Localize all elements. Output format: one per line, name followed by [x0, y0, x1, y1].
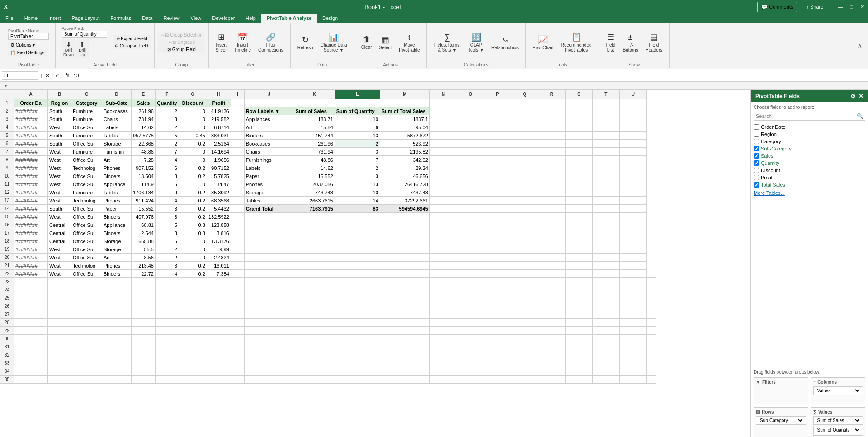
recommended-pivottables-button[interactable]: 📋 RecommendedPivotTables	[558, 30, 595, 55]
cell-u8[interactable]	[619, 156, 646, 164]
pivot-field-checkbox-sub-category[interactable]	[754, 146, 759, 151]
pivot-cell-k11[interactable]: 2032.056	[294, 180, 335, 188]
cell-r8[interactable]	[538, 156, 565, 164]
cell-g13[interactable]: 0.2	[179, 197, 207, 205]
pivot-columns-values-select[interactable]: Values	[816, 388, 861, 394]
cell-i6[interactable]	[231, 140, 244, 148]
pivot-cell-j10[interactable]: Paper	[244, 172, 294, 180]
cell-p13[interactable]	[484, 197, 511, 205]
cell-a1[interactable]: Order Da	[14, 99, 48, 107]
ribbon-collapse-button[interactable]: ∧	[857, 42, 863, 50]
cell-s9[interactable]	[565, 164, 592, 172]
cell-f1[interactable]: Quantity	[155, 99, 179, 107]
cell-m1[interactable]	[380, 99, 429, 107]
cell-a7[interactable]: ########	[14, 148, 48, 156]
col-header-f[interactable]: F	[155, 90, 179, 99]
cell-d6[interactable]: Storage	[102, 140, 132, 148]
cell-a2[interactable]: ########	[14, 107, 48, 115]
cell-o8[interactable]	[457, 156, 484, 164]
cell-b10[interactable]: West	[48, 172, 71, 180]
pivot-cell-l9[interactable]: 2	[335, 164, 380, 172]
cell-u13[interactable]	[619, 197, 646, 205]
row-num-2[interactable]: 2	[0, 107, 14, 115]
confirm-formula-button[interactable]: ✓	[53, 71, 62, 80]
refresh-button[interactable]: ↻ Refresh	[294, 33, 316, 52]
cell-t10[interactable]	[592, 172, 619, 180]
col-header-k[interactable]: K	[294, 90, 335, 99]
col-header-h[interactable]: H	[207, 90, 231, 99]
cell-d2[interactable]: Bookcases	[102, 107, 132, 115]
cell-d12[interactable]: Tables	[102, 188, 132, 197]
cell-a3[interactable]: ########	[14, 115, 48, 123]
cell-e10[interactable]: 18.504	[132, 172, 156, 180]
pivot-cell-m11[interactable]: 26416.728	[380, 180, 429, 188]
cell-i10[interactable]	[231, 172, 244, 180]
cell-b13[interactable]: West	[48, 197, 71, 205]
pivot-field-checkbox-discount[interactable]	[754, 168, 759, 173]
cell-i14[interactable]	[231, 205, 244, 213]
cell-c7[interactable]: Furniture	[71, 148, 102, 156]
cell-g8[interactable]: 0	[179, 156, 207, 164]
row-num-10[interactable]: 10	[0, 172, 14, 180]
cell-p12[interactable]	[484, 188, 511, 197]
cell-o2[interactable]	[457, 107, 484, 115]
pivot-values-sum-sales-select[interactable]: Sum of Sales	[816, 418, 861, 423]
col-header-l[interactable]: L	[335, 90, 380, 99]
cell-e14[interactable]: 15.552	[132, 205, 156, 213]
cell-t6[interactable]	[592, 140, 619, 148]
cell-n8[interactable]	[429, 156, 457, 164]
cell-b14[interactable]: South	[48, 205, 71, 213]
cell-n4[interactable]	[429, 123, 457, 132]
cell-q7[interactable]	[511, 148, 538, 156]
pivot-field-label-profit[interactable]: Profit	[761, 175, 773, 180]
tab-developer[interactable]: Developer	[207, 14, 240, 23]
tab-home[interactable]: Home	[19, 14, 43, 23]
cell-i1[interactable]	[231, 99, 244, 107]
col-header-m[interactable]: M	[380, 90, 429, 99]
formula-input[interactable]	[72, 73, 866, 78]
cell-a13[interactable]: ########	[14, 197, 48, 205]
pivot-cell-m7[interactable]: 2195.82	[380, 148, 429, 156]
pivot-field-label-region[interactable]: Region	[761, 132, 777, 137]
cell-f13[interactable]: 4	[155, 197, 179, 205]
pivot-cell-k3[interactable]: 183.71	[294, 115, 335, 123]
cell-p11[interactable]	[484, 180, 511, 188]
col-header-a[interactable]: A	[14, 90, 48, 99]
cell-q3[interactable]	[511, 115, 538, 123]
cell-h2[interactable]: 41.9136	[207, 107, 231, 115]
pivot-cell-m12[interactable]: 7437.48	[380, 188, 429, 197]
pivot-field-checkbox-sales[interactable]	[754, 153, 759, 159]
cell-o7[interactable]	[457, 148, 484, 156]
cell-n11[interactable]	[429, 180, 457, 188]
cell-a5[interactable]: ########	[14, 132, 48, 140]
cell-f11[interactable]: 5	[155, 180, 179, 188]
ungroup-button[interactable]: ←⊟ Ungroup	[158, 39, 205, 46]
pivot-cell-j3[interactable]: Appliances	[244, 115, 294, 123]
cell-d14[interactable]: Paper	[102, 205, 132, 213]
cell-u12[interactable]	[619, 188, 646, 197]
pivot-values-sum-sales-item[interactable]: Sum of Sales	[813, 416, 863, 425]
pivot-cell-j9[interactable]: Labels	[244, 164, 294, 172]
pivot-cell-l4[interactable]: 6	[335, 123, 380, 132]
cell-b8[interactable]: West	[48, 156, 71, 164]
more-tables-link[interactable]: More Tables...	[754, 188, 865, 197]
tab-data[interactable]: Data	[137, 14, 158, 23]
row-num-3[interactable]: 3	[0, 115, 14, 123]
cell-g7[interactable]: 0	[179, 148, 207, 156]
col-header-u[interactable]: U	[619, 90, 646, 99]
row-num-9[interactable]: 9	[0, 164, 14, 172]
cell-n7[interactable]	[429, 148, 457, 156]
pivot-field-label-quantity[interactable]: Quantity	[761, 160, 779, 166]
plus-minus-buttons-button[interactable]: ± +/-Buttons	[620, 30, 642, 55]
pivot-cell-l3[interactable]: 10	[335, 115, 380, 123]
cell-f3[interactable]: 3	[155, 115, 179, 123]
cell-r12[interactable]	[538, 188, 565, 197]
tab-pivottable-analyze[interactable]: PivotTable Analyze	[261, 14, 317, 23]
tab-help[interactable]: Help	[240, 14, 261, 23]
pivot-cell-l6[interactable]: 2	[335, 140, 380, 148]
cell-c11[interactable]: Office Su	[71, 180, 102, 188]
pivottable-name-input[interactable]	[8, 33, 49, 40]
pivot-field-label-category[interactable]: Category	[761, 139, 781, 144]
cell-g3[interactable]: 0	[179, 115, 207, 123]
cell-n10[interactable]	[429, 172, 457, 180]
